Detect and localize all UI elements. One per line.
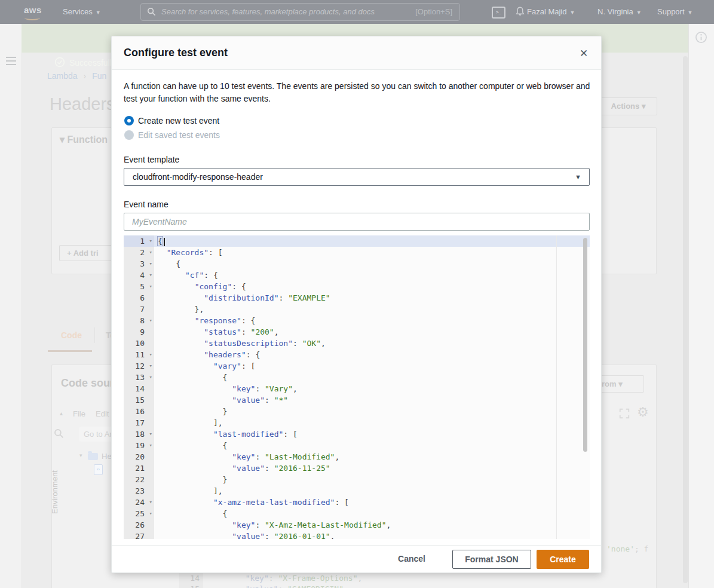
editor-line[interactable]: 19▾ { xyxy=(124,440,590,451)
code-file-icon[interactable]: ‹› xyxy=(94,464,103,475)
event-template-select[interactable]: cloudfront-modify-response-header ▼ xyxy=(124,168,590,186)
fold-arrow-icon[interactable]: ▾ xyxy=(149,281,152,292)
editor-line-number: 17 xyxy=(124,417,154,428)
account-menu[interactable]: Fazal Majid▼ xyxy=(527,7,575,16)
page-title: Headers xyxy=(50,94,115,114)
gear-icon[interactable]: ⚙ xyxy=(637,405,649,420)
help-panel-rail xyxy=(688,24,714,588)
editor-line[interactable]: 14 "key": "Vary", xyxy=(124,383,590,394)
editor-code-text: { xyxy=(154,235,165,247)
tab-divider xyxy=(94,327,95,343)
editor-code-text: { xyxy=(154,258,180,270)
fold-arrow-icon[interactable]: ▾ xyxy=(149,428,152,440)
breadcrumb-function[interactable]: Fun xyxy=(92,71,106,81)
region-menu[interactable]: N. Virginia▼ xyxy=(597,7,642,16)
editor-line[interactable]: 10 "statusDescription": "OK", xyxy=(124,338,590,349)
editor-line-number: 19▾ xyxy=(124,440,154,451)
editor-line[interactable]: 3▾ { xyxy=(124,258,590,270)
fold-arrow-icon[interactable]: ▾ xyxy=(149,360,152,372)
info-icon[interactable] xyxy=(695,31,707,44)
create-button[interactable]: Create xyxy=(537,550,589,569)
fold-arrow-icon[interactable]: ▾ xyxy=(149,508,152,519)
breadcrumb-lambda[interactable]: Lambda xyxy=(47,71,78,81)
services-menu[interactable]: Services▼ xyxy=(63,7,101,16)
editor-line-number: 25▾ xyxy=(124,508,154,519)
editor-code-text: "response": { xyxy=(154,315,255,326)
editor-line[interactable]: 13▾ { xyxy=(124,372,590,383)
goto-search-icon[interactable] xyxy=(54,428,64,439)
function-overview-header[interactable]: ▾ Function xyxy=(60,134,108,145)
editor-line[interactable]: 15 "value": "*" xyxy=(124,394,590,406)
editor-line[interactable]: 4▾ "cf": { xyxy=(124,270,590,281)
cancel-button[interactable]: Cancel xyxy=(398,554,425,564)
editor-line[interactable]: 5▾ "config": { xyxy=(124,281,590,292)
fold-arrow-icon[interactable]: ▾ xyxy=(149,372,152,383)
editor-line[interactable]: 1▾{ xyxy=(124,235,590,247)
editor-code-text: "last-modified": [ xyxy=(154,428,298,440)
tree-expand-caret[interactable]: ▾ xyxy=(79,452,82,458)
editor-line[interactable]: 11▾ "headers": { xyxy=(124,349,590,360)
chevron-down-icon: ▼ xyxy=(636,10,642,16)
fold-arrow-icon[interactable]: ▾ xyxy=(149,315,152,326)
format-json-button[interactable]: Format JSON xyxy=(452,550,531,569)
menu-edit[interactable]: Edit xyxy=(96,409,109,418)
radio-create-label[interactable]: Create new test event xyxy=(138,116,219,125)
editor-line-number: 2▾ xyxy=(124,247,154,258)
aws-logo[interactable]: aws xyxy=(24,5,42,15)
background-code-snippet: 'none'; f xyxy=(606,544,648,553)
menu-file[interactable]: File xyxy=(73,409,85,418)
fold-arrow-icon[interactable]: ▾ xyxy=(149,270,152,281)
background-code-line: "value": "SAMEORIGIN" xyxy=(208,584,344,588)
radio-create-new-test-event[interactable] xyxy=(124,116,134,125)
modal-title: Configure test event xyxy=(124,47,228,59)
fold-arrow-icon[interactable]: ▾ xyxy=(149,349,152,360)
editor-line[interactable]: 16 } xyxy=(124,406,590,417)
editor-line-number: 16 xyxy=(124,406,154,417)
editor-line[interactable]: 22 } xyxy=(124,474,590,485)
fold-arrow-icon[interactable]: ▾ xyxy=(149,258,152,270)
actions-button[interactable]: Actions ▾ xyxy=(599,97,657,115)
editor-line[interactable]: 26 "key": "X-Amz-Meta-Last-Modified", xyxy=(124,519,590,531)
editor-line[interactable]: 21 "value": "2016-11-25" xyxy=(124,463,590,474)
modal-close-icon[interactable]: ✕ xyxy=(580,47,588,60)
editor-line[interactable]: 23 ], xyxy=(124,485,590,497)
editor-scrollbar[interactable] xyxy=(583,238,587,452)
editor-code-text: "key": "X-Amz-Meta-Last-Modified", xyxy=(154,519,391,531)
editor-line-number: 26 xyxy=(124,519,154,531)
search-icon xyxy=(147,7,156,16)
support-menu[interactable]: Support▼ xyxy=(657,7,692,16)
editor-line[interactable]: 9 "status": "200", xyxy=(124,326,590,338)
json-code-editor[interactable]: 1▾{2▾ "Records": [3▾ {4▾ "cf": {5▾ "conf… xyxy=(124,235,590,539)
fullscreen-expand-icon[interactable] xyxy=(618,408,630,419)
editor-line[interactable]: 25▾ { xyxy=(124,508,590,519)
check-circle-icon xyxy=(54,57,65,68)
editor-code-text: "value": "2016-01-01", xyxy=(154,531,335,539)
fold-arrow-icon[interactable]: ▾ xyxy=(149,440,152,451)
event-name-input[interactable] xyxy=(124,213,590,231)
editor-line[interactable]: 6 "distributionId": "EXAMPLE" xyxy=(124,292,590,304)
radio-edit-saved-test-events[interactable] xyxy=(124,130,134,140)
notifications-bell-icon[interactable] xyxy=(515,6,525,19)
collapse-menubar-icon[interactable]: ▴ xyxy=(60,410,63,416)
editor-line[interactable]: 27 "value": "2016-01-01", xyxy=(124,531,590,539)
editor-line-number: 24▾ xyxy=(124,497,154,508)
editor-line-number: 7 xyxy=(124,304,154,315)
editor-line[interactable]: 24▾ "x-amz-meta-last-modified": [ xyxy=(124,497,590,508)
fold-arrow-icon[interactable]: ▾ xyxy=(149,247,152,258)
editor-line[interactable]: 20 "key": "Last-Modified", xyxy=(124,451,590,463)
fold-arrow-icon[interactable]: ▾ xyxy=(149,235,152,247)
editor-line[interactable]: 17 ], xyxy=(124,417,590,428)
editor-line[interactable]: 2▾ "Records": [ xyxy=(124,247,590,258)
tab-code[interactable]: Code xyxy=(61,330,82,340)
editor-line[interactable]: 8▾ "response": { xyxy=(124,315,590,326)
cloudshell-icon[interactable]: >_ xyxy=(492,7,505,19)
global-search-input[interactable]: Search for services, features, marketpla… xyxy=(140,3,460,21)
editor-line-number: 13▾ xyxy=(124,372,154,383)
editor-line[interactable]: 7 }, xyxy=(124,304,590,315)
editor-line[interactable]: 12▾ "vary": [ xyxy=(124,360,590,372)
event-template-value: cloudfront-modify-response-header xyxy=(133,172,263,182)
editor-line[interactable]: 18▾ "last-modified": [ xyxy=(124,428,590,440)
fold-arrow-icon[interactable]: ▾ xyxy=(149,497,152,508)
editor-line-number: 14 xyxy=(124,383,154,394)
page-scrollbar[interactable] xyxy=(683,56,688,583)
